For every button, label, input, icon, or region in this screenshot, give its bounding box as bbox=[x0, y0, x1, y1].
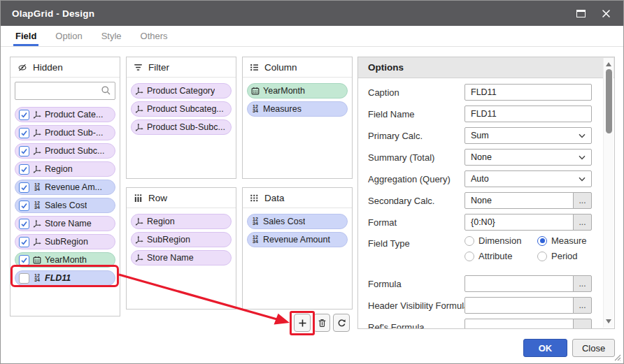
field-pill-label: Sales Cost bbox=[45, 201, 87, 210]
radio-attribute[interactable]: Attribute bbox=[465, 251, 537, 261]
field-pill-label: YearMonth bbox=[45, 255, 87, 265]
olapgrid-design-dialog: OlapGrid - Design FieldOptionStyleOthers… bbox=[0, 0, 624, 364]
scroll-down-icon[interactable] bbox=[606, 319, 611, 323]
field-pill-product-subc[interactable]: Product Subc... bbox=[15, 143, 115, 159]
field-pill-revenue-amount[interactable]: 1234Revenue Amount bbox=[247, 232, 348, 247]
option-input-ref-s-formula[interactable] bbox=[465, 319, 574, 329]
calendar-icon bbox=[33, 256, 41, 264]
field-checkbox[interactable] bbox=[19, 110, 29, 120]
field-pill-label: Store Name bbox=[147, 253, 194, 263]
tab-field[interactable]: Field bbox=[15, 26, 36, 46]
field-pill-product-category[interactable]: Product Category bbox=[131, 83, 232, 99]
close-button[interactable]: Close bbox=[572, 339, 615, 357]
option-ellipsis-button-ref-s-formula[interactable]: ... bbox=[573, 319, 592, 329]
field-pill-subregion[interactable]: SubRegion bbox=[131, 232, 232, 247]
field-pill-region[interactable]: Region bbox=[15, 161, 115, 177]
option-input-format[interactable] bbox=[465, 214, 574, 231]
tab-style[interactable]: Style bbox=[101, 26, 122, 46]
field-checkbox[interactable] bbox=[19, 128, 29, 138]
option-label-field-name: Field Name bbox=[368, 109, 465, 119]
options-panel-header: Options bbox=[358, 57, 614, 78]
field-toolbar bbox=[294, 314, 350, 332]
option-ellipsis-button-secondary-calc[interactable]: ... bbox=[573, 192, 592, 209]
radio-label: Period bbox=[551, 251, 578, 261]
measure-numbers-icon: 1234 bbox=[33, 201, 41, 210]
field-pill-product-cate[interactable]: Product Cate... bbox=[15, 107, 115, 122]
option-label-secondary-calc: Secondary Calc. bbox=[368, 196, 465, 206]
dimension-icon bbox=[135, 235, 143, 244]
field-checkbox[interactable] bbox=[19, 146, 29, 156]
option-input-caption[interactable] bbox=[465, 84, 592, 101]
field-pill-fld11[interactable]: 1234FLD11 bbox=[15, 270, 115, 286]
field-pill-store-name[interactable]: Store Name bbox=[15, 216, 115, 231]
option-ellipsis-button-header-visibility-formula[interactable]: ... bbox=[573, 297, 592, 314]
option-select-value-aggregation-query: Auto bbox=[471, 174, 489, 184]
measure-numbers-icon: 1234 bbox=[33, 183, 41, 192]
column-icon bbox=[250, 63, 259, 72]
field-pill-revenue-am[interactable]: 1234Revenue Am... bbox=[15, 180, 115, 195]
field-pill-sales-cost[interactable]: 1234Sales Cost bbox=[15, 198, 115, 213]
scroll-up-icon[interactable] bbox=[606, 62, 611, 66]
field-pill-measures[interactable]: 1234Measures bbox=[247, 101, 348, 117]
field-pill-label: Store Name bbox=[45, 219, 92, 228]
radio-period[interactable]: Period bbox=[537, 251, 587, 261]
dimension-icon bbox=[135, 87, 143, 95]
delete-field-button[interactable] bbox=[313, 314, 330, 332]
field-pill-label: Region bbox=[147, 217, 175, 226]
maximize-button[interactable] bbox=[574, 7, 587, 20]
field-pill-region[interactable]: Region bbox=[131, 214, 232, 229]
field-pill-product-subcateg[interactable]: Product Subcateg... bbox=[131, 101, 232, 117]
option-row-caption: Caption bbox=[368, 84, 592, 101]
add-field-button[interactable] bbox=[294, 314, 311, 332]
scrollbar-thumb[interactable] bbox=[606, 69, 612, 133]
field-pill-yearmonth[interactable]: YearMonth bbox=[247, 83, 348, 99]
field-checkbox[interactable] bbox=[19, 273, 29, 284]
option-select-primary-calc[interactable]: Sum bbox=[465, 127, 592, 144]
field-pill-product-sub[interactable]: Product Sub-... bbox=[15, 125, 115, 140]
option-select-summary-total[interactable]: None bbox=[465, 149, 592, 166]
option-input-formula[interactable] bbox=[465, 275, 574, 292]
row-icon bbox=[134, 194, 143, 203]
field-checkbox[interactable] bbox=[19, 255, 29, 265]
option-row-primary-calc: Primary Calc.Sum bbox=[368, 127, 592, 144]
resize-grip[interactable] bbox=[614, 354, 621, 361]
field-pill-label: FLD11 bbox=[45, 273, 71, 283]
field-checkbox[interactable] bbox=[19, 219, 29, 229]
tabbar: FieldOptionStyleOthers bbox=[1, 26, 623, 47]
option-row-aggregation-query: Aggregation (Query)Auto bbox=[368, 170, 592, 187]
filter-icon bbox=[134, 63, 143, 72]
row-panel-header: Row bbox=[127, 188, 236, 208]
option-input-secondary-calc[interactable] bbox=[465, 192, 574, 209]
field-pill-label: Region bbox=[45, 164, 73, 174]
option-ellipsis-button-formula[interactable]: ... bbox=[573, 275, 592, 292]
option-input-field-name[interactable] bbox=[465, 105, 592, 122]
radio-dimension[interactable]: Dimension bbox=[465, 235, 537, 246]
radio-measure[interactable]: Measure bbox=[537, 235, 587, 246]
refresh-fields-button[interactable] bbox=[333, 314, 350, 332]
field-checkbox[interactable] bbox=[19, 237, 29, 247]
options-scrollbar[interactable] bbox=[603, 58, 614, 328]
filter-panel-header: Filter bbox=[127, 57, 236, 78]
option-row-header-visibility-formula: Header Visibility Formula... bbox=[368, 297, 592, 314]
option-select-aggregation-query[interactable]: Auto bbox=[465, 170, 592, 187]
window-title: OlapGrid - Design bbox=[12, 8, 94, 19]
option-ellipsis-button-format[interactable]: ... bbox=[573, 214, 592, 231]
plus-icon bbox=[298, 319, 307, 328]
field-pill-store-name[interactable]: Store Name bbox=[131, 250, 232, 265]
tab-others[interactable]: Others bbox=[141, 26, 168, 46]
option-row-formula: Formula... bbox=[368, 275, 592, 292]
data-icon bbox=[250, 194, 259, 203]
ok-button[interactable]: OK bbox=[523, 339, 567, 357]
field-checkbox[interactable] bbox=[19, 182, 29, 193]
window-close-button[interactable] bbox=[600, 7, 612, 20]
field-pill-product-sub-subc[interactable]: Product Sub-Subc... bbox=[131, 119, 232, 135]
option-input-header-visibility-formula[interactable] bbox=[465, 297, 574, 314]
field-pill-yearmonth[interactable]: YearMonth bbox=[15, 252, 115, 268]
field-pill-sales-cost[interactable]: 1234Sales Cost bbox=[247, 214, 348, 229]
field-pill-subregion[interactable]: SubRegion bbox=[15, 234, 115, 249]
field-checkbox[interactable] bbox=[19, 201, 29, 211]
field-checkbox[interactable] bbox=[19, 164, 29, 175]
tab-option[interactable]: Option bbox=[55, 26, 82, 46]
data-panel: Data 1234Sales Cost1234Revenue Amount bbox=[242, 187, 353, 310]
option-label-aggregation-query: Aggregation (Query) bbox=[368, 174, 465, 184]
